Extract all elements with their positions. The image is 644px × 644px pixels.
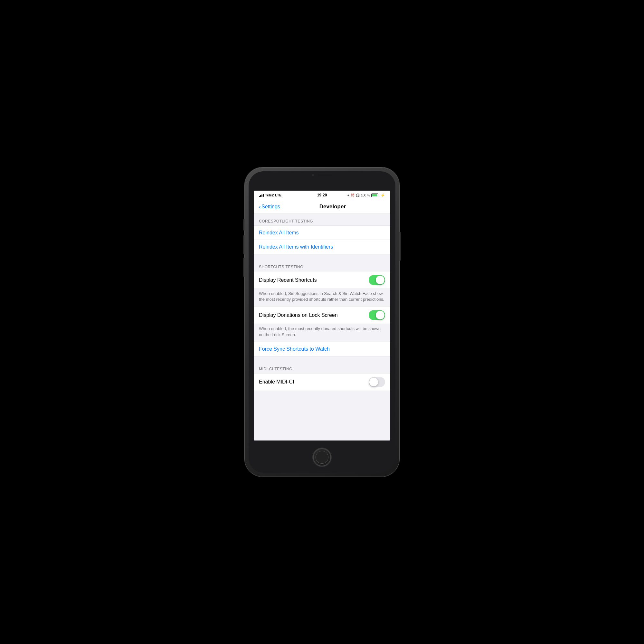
enable-midi-ci-label: Enable MIDI-CI: [259, 379, 369, 385]
phone-inner: Tele2 LTE 19:20 ✈ ⏰ 🎧 100 % ⚡: [249, 171, 395, 473]
display-recent-shortcuts-label: Display Recent Shortcuts: [259, 277, 369, 283]
section-header-corespotlight: CORESPOTLIGHT TESTING: [254, 214, 390, 225]
display-recent-shortcuts-toggle[interactable]: [369, 275, 385, 285]
content-area[interactable]: CORESPOTLIGHT TESTING Reindex All Items …: [254, 214, 390, 440]
status-left: Tele2 LTE: [259, 193, 281, 197]
toggle-thumb-2: [376, 311, 384, 319]
spacer-2: [254, 356, 390, 362]
carrier-label: Tele2: [265, 193, 274, 197]
toggle-thumb-3: [369, 378, 378, 386]
speaker: [318, 174, 332, 176]
display-donations-label: Display Donations on Lock Screen: [259, 312, 369, 318]
row-display-donations: Display Donations on Lock Screen: [254, 307, 390, 324]
phone-frame: Tele2 LTE 19:20 ✈ ⏰ 🎧 100 % ⚡: [245, 167, 399, 477]
section-header-midi-ci: MIDI-CI TESTING: [254, 362, 390, 373]
battery: [371, 194, 379, 197]
display-donations-description: When enabled, the most recently donated …: [254, 324, 390, 341]
spacer-1: [254, 254, 390, 260]
display-donations-toggle[interactable]: [369, 310, 385, 320]
back-button[interactable]: ‹ Settings: [259, 204, 280, 210]
section-midi-ci: MIDI-CI TESTING Enable MIDI-CI: [254, 362, 390, 391]
row-display-recent-shortcuts: Display Recent Shortcuts: [254, 271, 390, 289]
camera: [312, 174, 314, 176]
back-chevron-icon: ‹: [259, 204, 261, 210]
nav-bar: ‹ Settings Developer: [254, 200, 390, 214]
volume-down-button[interactable]: [243, 258, 245, 277]
section-body-midi-ci: Enable MIDI-CI: [254, 373, 390, 391]
time-label: 19:20: [317, 193, 327, 197]
mute-button[interactable]: [243, 219, 245, 231]
section-body-shortcuts: Display Recent Shortcuts: [254, 271, 390, 289]
location-icon: ✈: [347, 194, 349, 197]
volume-up-button[interactable]: [243, 235, 245, 254]
enable-midi-ci-toggle[interactable]: [369, 377, 385, 387]
home-button[interactable]: [313, 448, 331, 466]
reindex-all-label[interactable]: Reindex All Items: [259, 230, 385, 236]
section-shortcuts: SHORTCUTS TESTING Display Recent Shortcu…: [254, 260, 390, 356]
headphones-icon: 🎧: [356, 194, 360, 197]
row-reindex-all-identifiers[interactable]: Reindex All Items with Identifiers: [254, 240, 390, 254]
reindex-all-identifiers-label[interactable]: Reindex All Items with Identifiers: [259, 244, 385, 250]
row-reindex-all[interactable]: Reindex All Items: [254, 226, 390, 240]
alarm-icon: ⏰: [351, 194, 355, 197]
page-title: Developer: [280, 204, 385, 210]
charging-icon: ⚡: [381, 193, 385, 197]
network-label: LTE: [275, 193, 281, 197]
back-label[interactable]: Settings: [261, 204, 280, 210]
display-recent-shortcuts-description: When enabled, Siri Suggestions in Search…: [254, 289, 390, 306]
signal-bars: [259, 194, 264, 197]
screen: Tele2 LTE 19:20 ✈ ⏰ 🎧 100 % ⚡: [254, 191, 390, 440]
camera-area: [312, 174, 332, 176]
toggle-thumb: [376, 276, 384, 284]
power-button[interactable]: [399, 232, 401, 261]
force-sync-label[interactable]: Force Sync Shortcuts to Watch: [259, 346, 385, 352]
home-button-inner: [316, 451, 328, 464]
row-enable-midi-ci: Enable MIDI-CI: [254, 374, 390, 391]
section-body-force-sync: Force Sync Shortcuts to Watch: [254, 342, 390, 356]
battery-percent: 100 %: [361, 194, 370, 197]
status-bar: Tele2 LTE 19:20 ✈ ⏰ 🎧 100 % ⚡: [254, 191, 390, 200]
row-force-sync[interactable]: Force Sync Shortcuts to Watch: [254, 342, 390, 356]
status-right: ✈ ⏰ 🎧 100 % ⚡: [347, 193, 385, 197]
section-body-donations: Display Donations on Lock Screen: [254, 306, 390, 324]
spacer-3: [254, 391, 390, 396]
section-corespotlight: CORESPOTLIGHT TESTING Reindex All Items …: [254, 214, 390, 254]
section-body-corespotlight: Reindex All Items Reindex All Items with…: [254, 225, 390, 254]
section-header-shortcuts: SHORTCUTS TESTING: [254, 260, 390, 271]
